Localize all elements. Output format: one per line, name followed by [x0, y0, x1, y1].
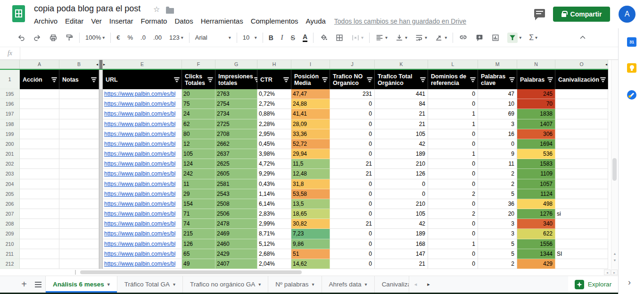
cell-O205[interactable] — [555, 189, 608, 199]
cell-O201[interactable] — [555, 149, 608, 159]
cell-N205[interactable]: 1124 — [517, 189, 555, 199]
cell-G206[interactable]: 2508 — [215, 199, 257, 209]
cell-N198[interactable]: 1407 — [517, 119, 555, 129]
filter-icon[interactable] — [470, 77, 476, 82]
cell-H210[interactable]: 5,12% — [257, 239, 291, 249]
cell-O197[interactable] — [555, 109, 608, 119]
menu-archivo[interactable]: Archivo — [30, 17, 61, 25]
cell-K201[interactable]: 189 — [375, 149, 428, 159]
cell-L212[interactable]: 0 — [428, 259, 478, 269]
tab-ahrefs-data[interactable]: Ahrefs data▾ — [322, 276, 375, 293]
cell-L201[interactable]: 1 — [428, 149, 478, 159]
menu-editar[interactable]: Editar — [61, 17, 87, 25]
cell-O202[interactable] — [555, 159, 608, 169]
cell-L197[interactable]: 1 — [428, 109, 478, 119]
cell-A205[interactable] — [20, 189, 59, 199]
cell-B209[interactable] — [59, 229, 99, 239]
tab-analisis-6-meses[interactable]: Análisis 6 meses▾ — [45, 276, 117, 293]
cell-A208[interactable] — [20, 219, 59, 229]
url-link[interactable]: https://www.palbin.com/es/bl — [104, 201, 175, 207]
cell-G207[interactable]: 2506 — [215, 209, 257, 219]
url-link[interactable]: https://www.palbin.com/es/bl — [104, 230, 175, 237]
menu-ayuda[interactable]: Ayuda — [302, 17, 330, 25]
italic-button[interactable]: I — [281, 34, 283, 42]
text-wrap-button[interactable]: ▾ — [415, 34, 427, 42]
cell-E210[interactable]: https://www.palbin.com/es/bl — [103, 239, 182, 249]
row-header-203[interactable]: 203 — [0, 169, 20, 179]
cell-I207[interactable]: 18,65 — [291, 209, 330, 219]
tab-scroll-right-icon[interactable]: ▸ — [422, 281, 435, 287]
menu-datos[interactable]: Datos — [171, 17, 197, 25]
col-header-H[interactable]: H — [257, 60, 291, 69]
cell-H195[interactable]: 0,72% — [257, 89, 291, 99]
cell-A196[interactable] — [20, 99, 59, 109]
col-header-J[interactable]: J — [330, 60, 375, 69]
insert-link-button[interactable] — [459, 33, 468, 42]
cell-N197[interactable]: 1838 — [517, 109, 555, 119]
cell-N202[interactable]: 1583 — [517, 159, 555, 169]
cell-M207[interactable]: 20 — [478, 209, 517, 219]
cell-N212[interactable]: 429 — [517, 259, 555, 269]
cell-N196[interactable]: 70 — [517, 99, 555, 109]
url-link[interactable]: https://www.palbin.com/es/bl — [104, 131, 175, 137]
cell-I204[interactable]: 31,8 — [291, 179, 330, 189]
cell-E198[interactable]: https://www.palbin.com/es/bl — [103, 119, 182, 129]
cell-G209[interactable]: 2469 — [215, 229, 257, 239]
cell-N206[interactable]: 498 — [517, 199, 555, 209]
cell-E211[interactable]: https://www.palbin.com/es/bl — [103, 249, 182, 259]
url-link[interactable]: https://www.palbin.com/es/bl — [104, 91, 175, 97]
document-title[interactable]: copia poda blog para el post — [34, 4, 140, 14]
row-header-197[interactable]: 197 — [0, 109, 20, 119]
cell-H204[interactable]: 0,43% — [257, 179, 291, 189]
filter-icon[interactable] — [207, 77, 213, 82]
cell-A202[interactable] — [20, 159, 59, 169]
cell-O210[interactable] — [555, 239, 608, 249]
cell-F205[interactable]: 29 — [182, 189, 215, 199]
cell-M206[interactable]: 36 — [478, 199, 517, 209]
cell-E195[interactable]: https://www.palbin.com/es/bl — [103, 89, 182, 99]
cell-F206[interactable]: 154 — [182, 199, 215, 209]
cell-N203[interactable]: 1109 — [517, 169, 555, 179]
filter-icon[interactable] — [91, 77, 97, 82]
hidden-cols-indicator-icon[interactable]: ◂ — [605, 62, 607, 67]
print-button[interactable] — [49, 34, 58, 42]
row-header-205[interactable]: 205 — [0, 189, 20, 199]
cell-K204[interactable]: 0 — [375, 179, 428, 189]
cell-J206[interactable]: 0 — [330, 199, 375, 209]
cell-F196[interactable]: 75 — [182, 99, 215, 109]
cell-B196[interactable] — [59, 99, 99, 109]
url-link[interactable]: https://www.palbin.com/es/bl — [104, 151, 175, 157]
url-link[interactable]: https://www.palbin.com/es/bl — [104, 220, 175, 227]
cell-H211[interactable]: 2,68% — [257, 249, 291, 259]
cell-G212[interactable]: 2407 — [215, 259, 257, 269]
cell-J205[interactable]: 0 — [330, 189, 375, 199]
cell-F197[interactable]: 24 — [182, 109, 215, 119]
tab-n-palabras[interactable]: Nº palabras▾ — [268, 276, 322, 293]
url-link[interactable]: https://www.palbin.com/es/bl — [104, 241, 175, 247]
cell-K205[interactable]: 0 — [375, 189, 428, 199]
cell-M210[interactable]: 5 — [478, 239, 517, 249]
cell-M211[interactable]: 5 — [478, 249, 517, 259]
cell-E208[interactable]: https://www.palbin.com/es/bl — [103, 219, 182, 229]
cell-B195[interactable] — [59, 89, 99, 99]
url-link[interactable]: https://www.palbin.com/es/bl — [104, 160, 175, 167]
cell-F200[interactable]: 12 — [182, 139, 215, 149]
hidden-cols-indicator-icon[interactable]: ▸ — [103, 62, 105, 67]
cell-E209[interactable]: https://www.palbin.com/es/bl — [103, 229, 182, 239]
chevron-down-icon[interactable]: ▾ — [107, 282, 110, 287]
cell-B200[interactable] — [59, 139, 99, 149]
row-header-204[interactable]: 204 — [0, 179, 20, 189]
cell-O206[interactable] — [555, 199, 608, 209]
cell-I197[interactable]: 41,41 — [291, 109, 330, 119]
cell-I196[interactable]: 24,88 — [291, 99, 330, 109]
cell-A198[interactable] — [20, 119, 59, 129]
cell-F212[interactable]: 49 — [182, 259, 215, 269]
cell-K210[interactable]: 168 — [375, 239, 428, 249]
cell-J197[interactable]: 0 — [330, 109, 375, 119]
cell-A204[interactable] — [20, 179, 59, 189]
url-link[interactable]: https://www.palbin.com/es/bl — [104, 251, 175, 257]
header-cell-impresiones-totales[interactable]: Impresiones totales — [215, 70, 257, 89]
cell-I211[interactable]: 51 — [291, 249, 330, 259]
url-link[interactable]: https://www.palbin.com/es/bl — [104, 210, 175, 217]
cell-K206[interactable]: 210 — [375, 199, 428, 209]
